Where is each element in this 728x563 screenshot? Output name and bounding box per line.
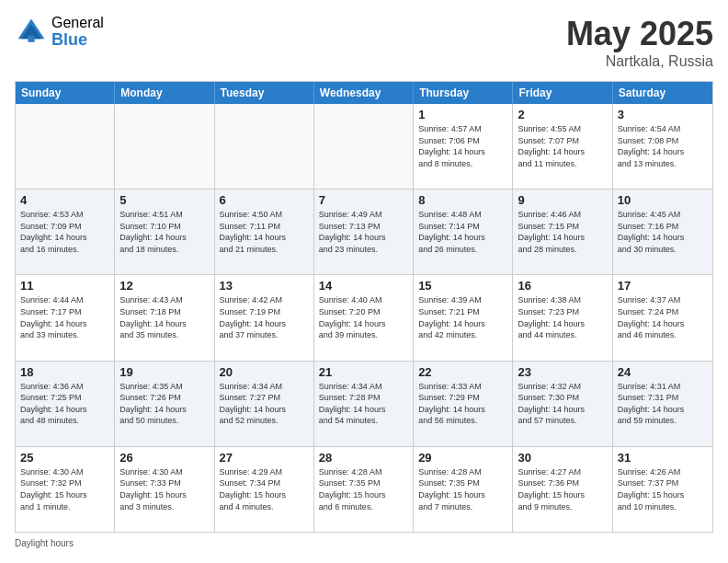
calendar-cell [16, 104, 115, 189]
day-number: 20 [220, 365, 309, 379]
day-info: Sunrise: 4:57 AM Sunset: 7:06 PM Dayligh… [418, 123, 507, 169]
calendar-cell: 14Sunrise: 4:40 AM Sunset: 7:20 PM Dayli… [314, 275, 414, 360]
calendar-cell: 29Sunrise: 4:28 AM Sunset: 7:35 PM Dayli… [414, 447, 513, 532]
calendar-cell: 5Sunrise: 4:51 AM Sunset: 7:10 PM Daylig… [115, 190, 214, 274]
day-number: 28 [319, 451, 408, 465]
weekday-header-monday: Monday [115, 82, 214, 104]
day-info: Sunrise: 4:40 AM Sunset: 7:20 PM Dayligh… [319, 294, 408, 340]
day-info: Sunrise: 4:49 AM Sunset: 7:13 PM Dayligh… [319, 209, 408, 255]
calendar-row: 25Sunrise: 4:30 AM Sunset: 7:32 PM Dayli… [16, 446, 712, 532]
calendar-cell: 26Sunrise: 4:30 AM Sunset: 7:33 PM Dayli… [115, 447, 214, 532]
calendar-cell: 22Sunrise: 4:33 AM Sunset: 7:29 PM Dayli… [414, 362, 513, 446]
weekday-header-saturday: Saturday [613, 82, 712, 104]
calendar: SundayMondayTuesdayWednesdayThursdayFrid… [15, 81, 713, 533]
day-info: Sunrise: 4:43 AM Sunset: 7:18 PM Dayligh… [119, 294, 209, 340]
weekday-header-sunday: Sunday [16, 82, 115, 104]
day-info: Sunrise: 4:48 AM Sunset: 7:14 PM Dayligh… [418, 209, 507, 255]
day-info: Sunrise: 4:30 AM Sunset: 7:32 PM Dayligh… [20, 466, 109, 512]
calendar-cell: 6Sunrise: 4:50 AM Sunset: 7:11 PM Daylig… [215, 190, 314, 274]
day-info: Sunrise: 4:38 AM Sunset: 7:23 PM Dayligh… [518, 294, 607, 340]
day-number: 26 [119, 451, 209, 465]
day-info: Sunrise: 4:27 AM Sunset: 7:36 PM Dayligh… [518, 466, 607, 512]
logo-blue: Blue [51, 31, 104, 50]
day-number: 14 [319, 279, 408, 293]
calendar-cell: 31Sunrise: 4:26 AM Sunset: 7:37 PM Dayli… [613, 447, 712, 532]
day-number: 5 [119, 193, 209, 207]
day-number: 13 [220, 279, 309, 293]
day-number: 2 [518, 108, 607, 121]
day-info: Sunrise: 4:55 AM Sunset: 7:07 PM Dayligh… [518, 123, 607, 169]
day-number: 27 [220, 451, 309, 465]
day-info: Sunrise: 4:30 AM Sunset: 7:33 PM Dayligh… [119, 466, 209, 512]
day-number: 29 [418, 451, 507, 465]
page: General Blue May 2025 Nartkala, Russia S… [0, 0, 728, 563]
calendar-cell: 15Sunrise: 4:39 AM Sunset: 7:21 PM Dayli… [414, 275, 513, 360]
day-number: 8 [418, 193, 507, 207]
day-number: 31 [618, 451, 708, 465]
calendar-cell: 3Sunrise: 4:54 AM Sunset: 7:08 PM Daylig… [613, 104, 712, 189]
calendar-row: 11Sunrise: 4:44 AM Sunset: 7:17 PM Dayli… [16, 274, 712, 360]
calendar-cell: 1Sunrise: 4:57 AM Sunset: 7:06 PM Daylig… [414, 104, 513, 189]
day-number: 11 [20, 279, 109, 293]
calendar-cell: 27Sunrise: 4:29 AM Sunset: 7:34 PM Dayli… [215, 447, 314, 532]
calendar-body: 1Sunrise: 4:57 AM Sunset: 7:06 PM Daylig… [16, 104, 712, 532]
day-number: 9 [518, 193, 607, 207]
day-number: 25 [20, 451, 109, 465]
calendar-cell: 24Sunrise: 4:31 AM Sunset: 7:31 PM Dayli… [613, 362, 712, 446]
logo: General Blue [15, 15, 104, 49]
day-info: Sunrise: 4:42 AM Sunset: 7:19 PM Dayligh… [220, 294, 309, 340]
svg-rect-2 [28, 35, 34, 41]
day-info: Sunrise: 4:26 AM Sunset: 7:37 PM Dayligh… [618, 466, 708, 512]
day-number: 4 [20, 193, 109, 207]
title-month: May 2025 [566, 15, 713, 53]
footer: Daylight hours [15, 538, 713, 548]
day-info: Sunrise: 4:34 AM Sunset: 7:28 PM Dayligh… [319, 381, 408, 427]
day-info: Sunrise: 4:44 AM Sunset: 7:17 PM Dayligh… [20, 294, 109, 340]
day-number: 19 [119, 365, 209, 379]
calendar-cell: 25Sunrise: 4:30 AM Sunset: 7:32 PM Dayli… [16, 447, 115, 532]
day-info: Sunrise: 4:37 AM Sunset: 7:24 PM Dayligh… [618, 294, 708, 340]
day-info: Sunrise: 4:45 AM Sunset: 7:16 PM Dayligh… [618, 209, 708, 255]
logo-icon [15, 16, 48, 49]
weekday-header-thursday: Thursday [414, 82, 513, 104]
calendar-cell: 28Sunrise: 4:28 AM Sunset: 7:35 PM Dayli… [314, 447, 414, 532]
logo-text: General Blue [51, 15, 104, 49]
calendar-cell: 21Sunrise: 4:34 AM Sunset: 7:28 PM Dayli… [314, 362, 414, 446]
day-info: Sunrise: 4:46 AM Sunset: 7:15 PM Dayligh… [518, 209, 607, 255]
day-number: 24 [618, 365, 708, 379]
day-number: 18 [20, 365, 109, 379]
weekday-header-friday: Friday [513, 82, 612, 104]
day-info: Sunrise: 4:28 AM Sunset: 7:35 PM Dayligh… [418, 466, 507, 512]
weekday-header-tuesday: Tuesday [215, 82, 314, 104]
calendar-cell: 19Sunrise: 4:35 AM Sunset: 7:26 PM Dayli… [115, 362, 214, 446]
calendar-cell: 8Sunrise: 4:48 AM Sunset: 7:14 PM Daylig… [414, 190, 513, 274]
day-info: Sunrise: 4:29 AM Sunset: 7:34 PM Dayligh… [220, 466, 309, 512]
logo-general: General [51, 15, 104, 31]
day-info: Sunrise: 4:32 AM Sunset: 7:30 PM Dayligh… [518, 381, 607, 427]
day-number: 22 [418, 365, 507, 379]
calendar-cell: 20Sunrise: 4:34 AM Sunset: 7:27 PM Dayli… [215, 362, 314, 446]
daylight-label: Daylight hours [15, 538, 74, 548]
title-location: Nartkala, Russia [566, 53, 713, 70]
weekday-header-wednesday: Wednesday [314, 82, 414, 104]
day-number: 10 [618, 193, 708, 207]
day-info: Sunrise: 4:31 AM Sunset: 7:31 PM Dayligh… [618, 381, 708, 427]
day-number: 21 [319, 365, 408, 379]
calendar-cell [215, 104, 314, 189]
calendar-cell [314, 104, 414, 189]
day-info: Sunrise: 4:36 AM Sunset: 7:25 PM Dayligh… [20, 381, 109, 427]
day-number: 12 [119, 279, 209, 293]
day-info: Sunrise: 4:34 AM Sunset: 7:27 PM Dayligh… [220, 381, 309, 427]
calendar-header: SundayMondayTuesdayWednesdayThursdayFrid… [16, 82, 712, 104]
calendar-cell: 7Sunrise: 4:49 AM Sunset: 7:13 PM Daylig… [314, 190, 414, 274]
calendar-cell: 9Sunrise: 4:46 AM Sunset: 7:15 PM Daylig… [513, 190, 612, 274]
day-number: 17 [618, 279, 708, 293]
day-number: 6 [220, 193, 309, 207]
calendar-row: 1Sunrise: 4:57 AM Sunset: 7:06 PM Daylig… [16, 104, 712, 189]
calendar-cell: 10Sunrise: 4:45 AM Sunset: 7:16 PM Dayli… [613, 190, 712, 274]
calendar-cell: 11Sunrise: 4:44 AM Sunset: 7:17 PM Dayli… [16, 275, 115, 360]
day-info: Sunrise: 4:54 AM Sunset: 7:08 PM Dayligh… [618, 123, 708, 169]
calendar-cell: 4Sunrise: 4:53 AM Sunset: 7:09 PM Daylig… [16, 190, 115, 274]
calendar-cell: 13Sunrise: 4:42 AM Sunset: 7:19 PM Dayli… [215, 275, 314, 360]
calendar-cell: 23Sunrise: 4:32 AM Sunset: 7:30 PM Dayli… [513, 362, 612, 446]
